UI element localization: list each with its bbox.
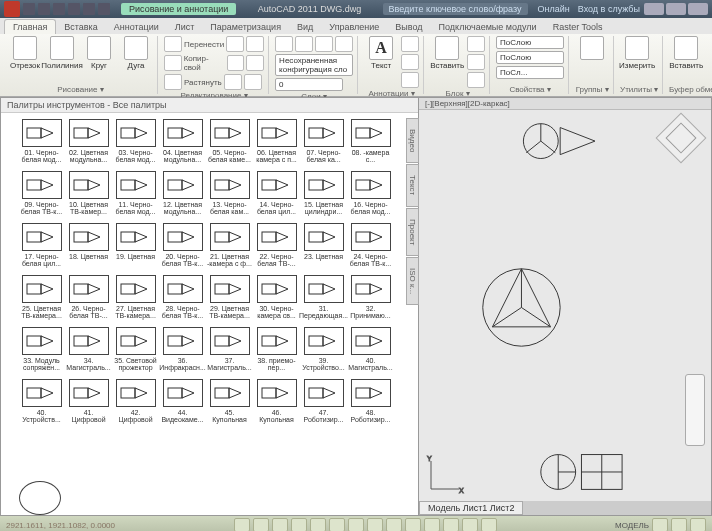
qat-open-icon[interactable] [38,3,50,15]
block-create-icon[interactable] [467,36,485,52]
layer-props-button[interactable] [275,36,293,52]
palette-item[interactable]: 16. Черно-белая мод... [348,171,393,217]
ribbon-tab-9[interactable]: Raster Tools [545,20,611,34]
ribbon-tab-4[interactable]: Параметризация [202,20,289,34]
palette-item[interactable]: 22. Черно-белая ТВ-... [254,223,299,269]
palette-item[interactable]: 33. Модуль сопряжен... [19,327,64,373]
palette-item[interactable]: 28. Черно-белая ТВ-к... [160,275,205,321]
palette-tab[interactable]: Видео [406,118,419,163]
modify-icon[interactable] [246,36,264,52]
palette-item[interactable]: 36. Инфракрасн... [160,327,205,373]
palette-item[interactable]: 35. Световой прожектор [113,327,158,373]
draw-Дуга-button[interactable]: Дуга [119,36,153,70]
status-toggle-4[interactable] [310,518,326,531]
palette-item[interactable]: 40. Магистраль... [348,327,393,373]
ribbon-tab-2[interactable]: Аннотации [106,20,167,34]
layer-combo[interactable]: 0 [275,78,343,91]
modify-icon[interactable] [224,74,242,90]
palette-item[interactable]: 26. Черно-белая ТВ-... [66,275,111,321]
palette-item[interactable]: 47. Роботизир... [301,379,346,425]
modify-icon[interactable] [246,55,264,71]
palette-item[interactable]: 41. Цифровой видеорегист... [66,379,111,425]
palette-item[interactable]: 25. Цветная ТВ-камера... [19,275,64,321]
canvas[interactable]: Y X [419,114,711,501]
modify-icon[interactable] [164,74,182,90]
minimize-button[interactable] [644,3,664,15]
qat-print-icon[interactable] [98,3,110,15]
paste-button[interactable]: Вставить [669,36,703,70]
status-toggle-5[interactable] [329,518,345,531]
palette-item[interactable]: 05. Черно-белая каме... [207,119,252,165]
palette-item[interactable]: 20. Черно-белая ТВ-к... [160,223,205,269]
palette-item[interactable]: 45. Купольная пово-ротна... [207,379,252,425]
palette-item[interactable]: 02. Цветная модульна... [66,119,111,165]
palette-item[interactable]: 32. Принимаю... [348,275,393,321]
palette-item[interactable]: 04. Цветная модульна... [160,119,205,165]
palette-item[interactable]: 29. Цветная ТВ-камера... [207,275,252,321]
ribbon-tab-3[interactable]: Лист [167,20,203,34]
palette-item[interactable]: 19. Цветная [113,223,158,269]
ribbon-tab-0[interactable]: Главная [4,19,56,34]
palette-item[interactable]: 44. Видеокаме... [160,379,205,425]
palette-item[interactable]: 17. Черно-белая цил... [19,223,64,269]
model-tabs-label[interactable]: Модель Лист1 Лист2 [419,501,523,515]
palette-item[interactable]: 38. приемо-пер... [254,327,299,373]
draw-Круг-button[interactable]: Круг [82,36,116,70]
palette-item[interactable]: 14. Черно-белая цил... [254,171,299,217]
layer-freeze-icon[interactable] [315,36,333,52]
status-toggle-8[interactable] [386,518,402,531]
palette-item[interactable]: 01. Черно-белая мод... [19,119,64,165]
palette-item[interactable]: 27. Цветная ТВ-камера... [113,275,158,321]
palette-item[interactable]: 09. Черно-белая ТВ-к... [19,171,64,217]
palette-item[interactable]: 12. Цветная модульна... [160,171,205,217]
modify-icon[interactable] [244,74,262,90]
ribbon-tab-7[interactable]: Вывод [387,20,430,34]
ribbon-tab-1[interactable]: Вставка [56,20,105,34]
status-toggle-12[interactable] [462,518,478,531]
close-button[interactable] [688,3,708,15]
status-toggle-1[interactable] [253,518,269,531]
palette-extra-item[interactable] [19,481,61,515]
palette-item[interactable]: 21. Цветная -камера с ф... [207,223,252,269]
layer-lock-icon[interactable] [335,36,353,52]
status-extra-icon[interactable] [652,518,668,531]
block-edit-icon[interactable] [467,54,485,70]
layer-state-combo[interactable]: Несохраненная конфигурация сло [275,54,353,76]
status-toggle-9[interactable] [405,518,421,531]
block-attr-icon[interactable] [467,72,485,88]
palette-item[interactable]: 03. Черно-белая мод... [113,119,158,165]
palette-item[interactable]: 06. Цветная камера с п... [254,119,299,165]
modify-icon[interactable] [164,55,182,71]
palette-item[interactable]: 10. Цветная ТВ-камер... [66,171,111,217]
status-toggle-0[interactable] [234,518,250,531]
palette-item[interactable]: 13. Черно-белая кам... [207,171,252,217]
status-extra-icon[interactable] [671,518,687,531]
palette-item[interactable]: 31. Передающая... [301,275,346,321]
palette-item[interactable]: 15. Цветная цилиндри... [301,171,346,217]
layer-on-icon[interactable] [295,36,313,52]
status-toggle-6[interactable] [348,518,364,531]
workspace-switch[interactable]: Рисование и аннотации [121,3,236,15]
drawing-canvas[interactable] [419,114,711,501]
insert-button[interactable]: Вставить [430,36,464,70]
palette-item[interactable]: 46. Купольная миниатюрн... [254,379,299,425]
palette-item[interactable]: 42. Цифровой видеорегист... [113,379,158,425]
draw-Полилиния-button[interactable]: Полилиния [45,36,79,70]
search-input[interactable]: Введите ключевое слово/фразу [383,3,528,15]
model-tabs[interactable]: Модель Лист1 Лист2 [419,501,711,515]
app-logo-icon[interactable] [4,1,20,17]
palette-item[interactable]: 30. Черно-камера св... [254,275,299,321]
status-toggle-3[interactable] [291,518,307,531]
model-label[interactable]: МОДЕЛЬ [615,521,649,530]
viewport-label[interactable]: [-][Верхняя][2D-каркас] [419,98,711,110]
dim-linear-icon[interactable] [401,36,419,52]
modify-icon[interactable] [227,55,245,71]
modify-icon[interactable] [226,36,244,52]
qat-new-icon[interactable] [23,3,35,15]
palette-tab[interactable]: ISO к... [406,257,419,305]
login-link[interactable]: Вход в службы [578,4,640,14]
linetype-combo[interactable]: ПоСл... [496,66,564,79]
leader-icon[interactable] [401,54,419,70]
draw-Отрезок-button[interactable]: Отрезок [8,36,42,70]
status-toggle-10[interactable] [424,518,440,531]
